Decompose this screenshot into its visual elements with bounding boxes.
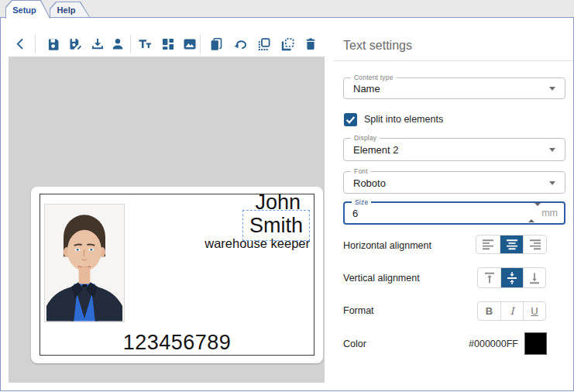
download-button[interactable] xyxy=(90,36,105,52)
toolbar-divider xyxy=(200,35,201,53)
save-icon xyxy=(46,36,61,52)
align-top-icon xyxy=(482,270,497,286)
save-edit-icon xyxy=(67,36,83,52)
chevron-down-icon xyxy=(549,87,555,91)
person-icon xyxy=(110,36,125,52)
card-designer-app: Setup Help xyxy=(0,0,574,392)
vertical-alignment-label: Vertical alignment xyxy=(343,273,420,284)
delete-button[interactable] xyxy=(303,36,318,52)
design-canvas[interactable]: John Smith warehouse keeper 123456789 xyxy=(9,57,325,383)
tab-help-label: Help xyxy=(57,5,76,15)
add-text-button[interactable] xyxy=(137,36,153,52)
font-select[interactable]: Font Roboto xyxy=(343,171,565,194)
size-input[interactable] xyxy=(352,204,445,222)
send-to-back-button[interactable] xyxy=(280,36,296,52)
align-right-button[interactable] xyxy=(523,236,546,253)
bold-button[interactable]: B xyxy=(478,302,500,320)
align-top-button[interactable] xyxy=(478,268,500,287)
card-photo[interactable] xyxy=(44,204,125,322)
display-select[interactable]: Display Element 2 xyxy=(343,138,565,161)
add-image-button[interactable] xyxy=(182,36,198,52)
stepper-down-icon[interactable] xyxy=(534,203,541,219)
horizontal-alignment-label: Horizontal alignment xyxy=(343,240,431,251)
text-element-icon xyxy=(137,36,153,52)
card-text-name-element-2: Smith xyxy=(249,215,303,236)
save-button[interactable] xyxy=(46,36,61,52)
split-into-elements-label: Split into elements xyxy=(364,113,443,126)
chevron-left-icon xyxy=(13,36,29,52)
back-button[interactable] xyxy=(13,36,29,52)
tab-setup-label: Setup xyxy=(12,5,36,15)
toolbar-divider xyxy=(35,35,36,53)
bold-glyph: B xyxy=(486,305,493,317)
add-blocks-button[interactable] xyxy=(160,36,176,52)
stepper-up-icon[interactable] xyxy=(528,206,534,222)
align-bottom-button[interactable] xyxy=(523,268,545,287)
toolbar-divider xyxy=(130,35,131,53)
card-text-role[interactable]: warehouse keeper xyxy=(205,236,310,251)
size-field[interactable]: Size mm xyxy=(343,201,565,225)
align-middle-button[interactable] xyxy=(500,268,523,287)
align-bottom-icon xyxy=(527,270,542,286)
color-label: Color xyxy=(343,339,366,349)
align-right-icon xyxy=(528,237,543,253)
download-icon xyxy=(90,36,105,52)
image-icon xyxy=(182,36,198,52)
align-center-button[interactable] xyxy=(500,236,523,253)
copy-button[interactable] xyxy=(208,36,224,52)
size-unit: mm xyxy=(541,208,558,218)
size-stepper[interactable] xyxy=(528,206,541,220)
content-type-select[interactable]: Content type Name xyxy=(343,77,565,99)
person-button[interactable] xyxy=(110,36,125,52)
rotate-icon xyxy=(233,36,249,52)
split-into-elements-checkbox[interactable] xyxy=(344,113,357,126)
align-middle-icon xyxy=(504,270,520,286)
color-swatch[interactable] xyxy=(524,332,547,355)
chevron-down-icon xyxy=(549,181,555,185)
display-value: Element 2 xyxy=(353,144,399,156)
content-type-value: Name xyxy=(353,83,380,95)
chevron-down-icon xyxy=(549,148,555,152)
format-group: B I U xyxy=(477,301,546,321)
color-hex-value: #000000FF xyxy=(469,339,518,349)
panel-divider xyxy=(334,60,573,61)
italic-glyph: I xyxy=(510,305,514,317)
bring-to-front-icon xyxy=(256,36,272,52)
checkmark-icon xyxy=(344,113,357,126)
panel-title: Text settings xyxy=(343,39,412,53)
underline-glyph: U xyxy=(531,305,538,317)
content-type-label: Content type xyxy=(351,74,397,81)
card-text-id-number[interactable]: 123456789 xyxy=(31,331,323,355)
align-left-icon xyxy=(480,237,496,253)
underline-button[interactable]: U xyxy=(523,302,545,320)
portrait-photo xyxy=(45,311,124,324)
align-center-icon xyxy=(504,237,520,253)
blocks-icon xyxy=(160,36,176,52)
send-to-back-icon xyxy=(280,36,296,52)
card-preview[interactable]: John Smith warehouse keeper 123456789 xyxy=(31,187,323,363)
save-as-button[interactable] xyxy=(67,36,83,52)
format-label: Format xyxy=(343,305,374,316)
italic-button[interactable]: I xyxy=(500,302,523,320)
bring-to-front-button[interactable] xyxy=(256,36,272,52)
copy-icon xyxy=(208,36,224,52)
align-left-button[interactable] xyxy=(476,236,500,253)
rotate-button[interactable] xyxy=(233,36,249,52)
vertical-alignment-group xyxy=(477,267,546,288)
display-label: Display xyxy=(351,134,380,142)
font-value: Roboto xyxy=(353,177,386,188)
horizontal-alignment-group xyxy=(476,235,547,254)
trash-icon xyxy=(303,36,318,52)
font-label: Font xyxy=(351,167,371,175)
